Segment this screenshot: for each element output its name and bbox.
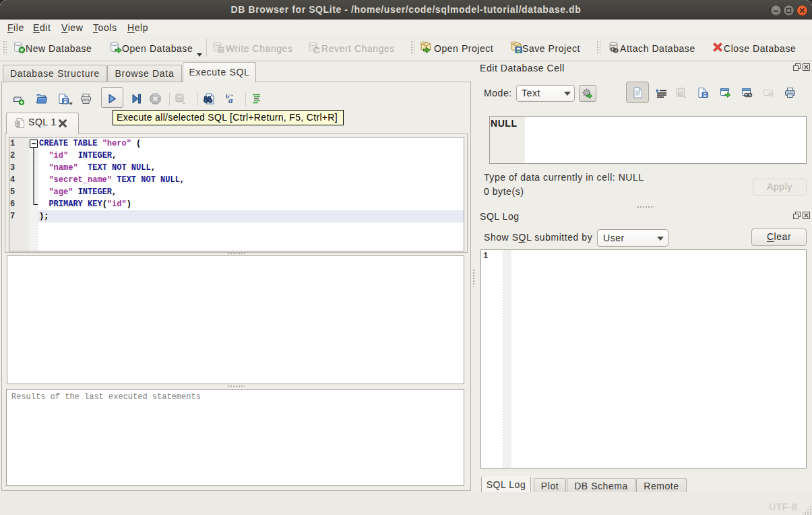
svg-text:a: a xyxy=(228,95,233,104)
